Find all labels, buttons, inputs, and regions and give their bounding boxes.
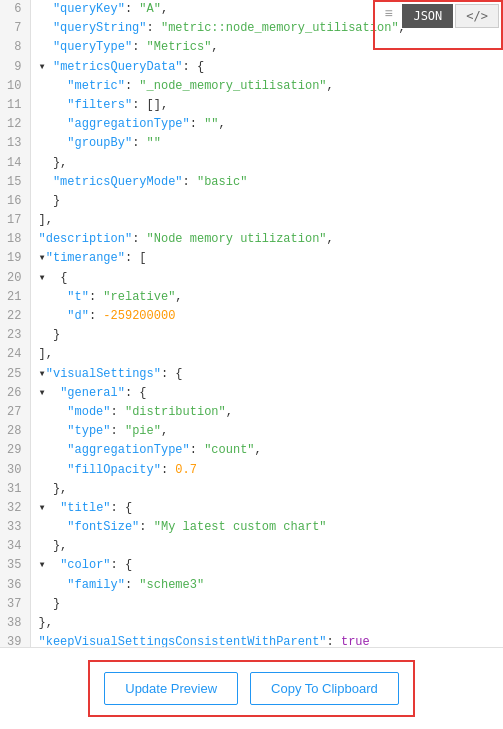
- table-row: 21 "t": "relative",: [0, 288, 503, 307]
- key-token: "visualSettings": [46, 367, 161, 381]
- json-toggle-button[interactable]: JSON: [402, 4, 453, 28]
- line-content: ▾ "general": {: [30, 384, 503, 403]
- table-row: 29 "aggregationType": "count",: [0, 441, 503, 460]
- colon-token: :: [190, 117, 204, 131]
- line-content: }: [30, 326, 503, 345]
- line-number: 25: [0, 365, 30, 384]
- table-row: 8 "queryType": "Metrics",: [0, 38, 503, 57]
- table-row: 10 "metric": "_node_memory_utilisation",: [0, 77, 503, 96]
- colon-token: :: [89, 290, 103, 304]
- table-row: 14 },: [0, 154, 503, 173]
- key-token: "groupBy": [67, 136, 132, 150]
- string-token: "pie": [125, 424, 161, 438]
- line-content: },: [30, 154, 503, 173]
- line-number: 26: [0, 384, 30, 403]
- copy-clipboard-button[interactable]: Copy To Clipboard: [250, 672, 399, 705]
- string-token: "basic": [197, 175, 247, 189]
- html-toggle-button[interactable]: </>: [455, 4, 499, 28]
- colon-token: :: [161, 367, 175, 381]
- colon-token: :: [125, 386, 139, 400]
- string-token: "A": [139, 2, 161, 16]
- brace-token: ],: [39, 213, 53, 227]
- brace-token: [39, 482, 53, 496]
- string-token: "": [147, 136, 161, 150]
- line-content: ],: [30, 345, 503, 364]
- line-number: 13: [0, 134, 30, 153]
- line-content: "metric": "_node_memory_utilisation",: [30, 77, 503, 96]
- line-content: "groupBy": "": [30, 134, 503, 153]
- table-row: 38},: [0, 614, 503, 633]
- table-row: 35▾ "color": {: [0, 556, 503, 575]
- key-token: "metric": [67, 79, 125, 93]
- colon-token: :: [89, 309, 103, 323]
- line-number: 16: [0, 192, 30, 211]
- line-content: },: [30, 614, 503, 633]
- brace-token: ,: [327, 232, 334, 246]
- key-token: "timerange": [46, 251, 125, 265]
- table-row: 11 "filters": [],: [0, 96, 503, 115]
- line-content: ▾"timerange": [: [30, 249, 503, 268]
- line-number: 37: [0, 595, 30, 614]
- footer-highlight-box: Update Preview Copy To Clipboard: [88, 660, 415, 717]
- line-number: 33: [0, 518, 30, 537]
- line-number: 27: [0, 403, 30, 422]
- boolean-token: true: [341, 635, 370, 647]
- table-row: 9▾ "metricsQueryData": {: [0, 58, 503, 77]
- brace-token: ],: [39, 347, 53, 361]
- code-area: ≡ JSON </> 6 "queryKey": "A",7 "queryStr…: [0, 0, 503, 647]
- line-content: "keepVisualSettingsConsistentWithParent"…: [30, 633, 503, 647]
- colon-token: :: [111, 558, 125, 572]
- line-number: 10: [0, 77, 30, 96]
- colon-token: :: [125, 578, 139, 592]
- list-icon[interactable]: ≡: [385, 6, 393, 22]
- brace-token: }: [53, 597, 60, 611]
- line-content: ▾"visualSettings": {: [30, 365, 503, 384]
- colon-token: :: [147, 21, 161, 35]
- line-number: 36: [0, 576, 30, 595]
- line-number: 29: [0, 441, 30, 460]
- table-row: 36 "family": "scheme3": [0, 576, 503, 595]
- brace-token: },: [39, 616, 53, 630]
- brace-token: {: [125, 558, 132, 572]
- line-content: ▾ "title": {: [30, 499, 503, 518]
- table-row: 17],: [0, 211, 503, 230]
- string-token: "My latest custom chart": [154, 520, 327, 534]
- line-number: 19: [0, 249, 30, 268]
- brace-token: [39, 156, 53, 170]
- brace-token: ,: [219, 117, 226, 131]
- colon-token: :: [161, 463, 175, 477]
- line-content: "metricsQueryMode": "basic": [30, 173, 503, 192]
- table-row: 27 "mode": "distribution",: [0, 403, 503, 422]
- collapse-token: ▾: [39, 558, 46, 572]
- colon-token: :: [190, 443, 204, 457]
- line-content: "fontSize": "My latest custom chart": [30, 518, 503, 537]
- collapse-token: ▾: [39, 386, 46, 400]
- key-token: "queryKey": [53, 2, 125, 16]
- brace-token: [39, 463, 68, 477]
- table-row: 39"keepVisualSettingsConsistentWithParen…: [0, 633, 503, 647]
- line-number: 22: [0, 307, 30, 326]
- line-number: 39: [0, 633, 30, 647]
- line-content: ▾ "metricsQueryData": {: [30, 58, 503, 77]
- key-token: "queryType": [53, 40, 132, 54]
- brace-token: [39, 424, 68, 438]
- table-row: 12 "aggregationType": "",: [0, 115, 503, 134]
- line-number: 9: [0, 58, 30, 77]
- brace-token: ,: [211, 40, 218, 54]
- table-row: 25▾"visualSettings": {: [0, 365, 503, 384]
- brace-token: },: [53, 482, 67, 496]
- brace-token: },: [53, 539, 67, 553]
- brace-token: {: [46, 271, 68, 285]
- colon-token: :: [125, 79, 139, 93]
- table-row: 28 "type": "pie",: [0, 422, 503, 441]
- line-content: "aggregationType": "count",: [30, 441, 503, 460]
- table-row: 37 }: [0, 595, 503, 614]
- collapse-token: ▾: [39, 251, 46, 265]
- line-content: "fillOpacity": 0.7: [30, 461, 503, 480]
- colon-token: :: [132, 136, 146, 150]
- key-token: "filters": [67, 98, 132, 112]
- brace-token: [39, 2, 53, 16]
- line-content: "d": -259200000: [30, 307, 503, 326]
- line-number: 12: [0, 115, 30, 134]
- update-preview-button[interactable]: Update Preview: [104, 672, 238, 705]
